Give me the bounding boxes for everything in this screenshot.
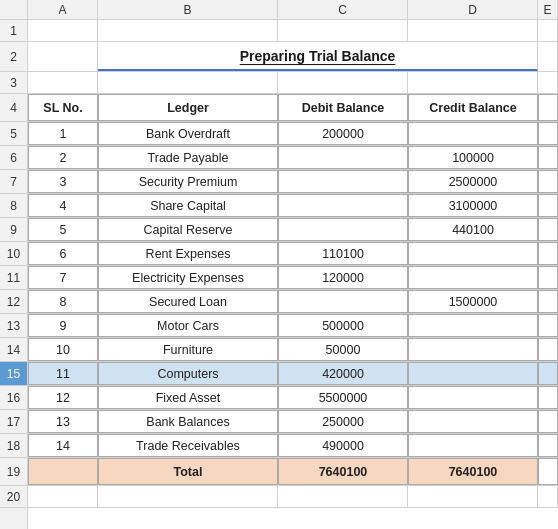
cell-3e[interactable] — [408, 72, 538, 93]
cell-6-sl[interactable]: 2 — [28, 146, 98, 169]
cell-20b[interactable] — [28, 486, 98, 507]
cell-12f[interactable] — [538, 290, 558, 313]
cell-6-debit[interactable] — [278, 146, 408, 169]
cell-12-ledger[interactable]: Secured Loan — [98, 290, 278, 313]
cell-17f[interactable] — [538, 410, 558, 433]
cell-3b[interactable] — [28, 72, 98, 93]
cell-2f[interactable] — [538, 42, 558, 71]
col-a-header[interactable]: A — [28, 0, 98, 19]
cell-6f[interactable] — [538, 146, 558, 169]
cell-6-ledger[interactable]: Trade Payable — [98, 146, 278, 169]
row-num-15[interactable]: 15 — [0, 362, 27, 386]
cell-11-ledger[interactable]: Electricity Expenses — [98, 266, 278, 289]
cell-16-sl[interactable]: 12 — [28, 386, 98, 409]
row-num-19[interactable]: 19 — [0, 458, 27, 486]
row-num-5[interactable]: 5 — [0, 122, 27, 146]
row-num-11[interactable]: 11 — [0, 266, 27, 290]
cell-10-sl[interactable]: 6 — [28, 242, 98, 265]
row-num-3[interactable]: 3 — [0, 72, 27, 94]
cell-17-ledger[interactable]: Bank Balances — [98, 410, 278, 433]
cell-11-credit[interactable] — [408, 266, 538, 289]
cell-11-debit[interactable]: 120000 — [278, 266, 408, 289]
cell-8-credit[interactable]: 3100000 — [408, 194, 538, 217]
cell-12-debit[interactable] — [278, 290, 408, 313]
cell-1d[interactable] — [278, 20, 408, 41]
cell-15-debit[interactable]: 420000 — [278, 362, 408, 385]
cell-14-credit[interactable] — [408, 338, 538, 361]
row-num-13[interactable]: 13 — [0, 314, 27, 338]
col-c-header[interactable]: C — [278, 0, 408, 19]
cell-7-sl[interactable]: 3 — [28, 170, 98, 193]
cell-20d[interactable] — [278, 486, 408, 507]
cell-10-debit[interactable]: 110100 — [278, 242, 408, 265]
cell-14f[interactable] — [538, 338, 558, 361]
cell-16-ledger[interactable]: Fixed Asset — [98, 386, 278, 409]
cell-10-ledger[interactable]: Rent Expenses — [98, 242, 278, 265]
cell-17-credit[interactable] — [408, 410, 538, 433]
cell-13f[interactable] — [538, 314, 558, 337]
row-num-2[interactable]: 2 — [0, 42, 27, 72]
cell-1f[interactable] — [538, 20, 558, 41]
cell-9-sl[interactable]: 5 — [28, 218, 98, 241]
cell-16-credit[interactable] — [408, 386, 538, 409]
cell-5-sl[interactable]: 1 — [28, 122, 98, 145]
row-num-7[interactable]: 7 — [0, 170, 27, 194]
cell-1c[interactable] — [98, 20, 278, 41]
row-num-17[interactable]: 17 — [0, 410, 27, 434]
row-num-12[interactable]: 12 — [0, 290, 27, 314]
cell-4f[interactable] — [538, 94, 558, 121]
cell-20f[interactable] — [538, 486, 558, 507]
cell-17-debit[interactable]: 250000 — [278, 410, 408, 433]
cell-5-credit[interactable] — [408, 122, 538, 145]
cell-16-debit[interactable]: 5500000 — [278, 386, 408, 409]
row-num-20[interactable]: 20 — [0, 486, 27, 508]
cell-5f[interactable] — [538, 122, 558, 145]
cell-6-credit[interactable]: 100000 — [408, 146, 538, 169]
cell-15-credit[interactable] — [408, 362, 538, 385]
row-num-18[interactable]: 18 — [0, 434, 27, 458]
cell-10f[interactable] — [538, 242, 558, 265]
cell-14-ledger[interactable]: Furniture — [98, 338, 278, 361]
row-num-8[interactable]: 8 — [0, 194, 27, 218]
row-num-10[interactable]: 10 — [0, 242, 27, 266]
cell-9-debit[interactable] — [278, 218, 408, 241]
cell-18-ledger[interactable]: Trade Receivables — [98, 434, 278, 457]
row-num-6[interactable]: 6 — [0, 146, 27, 170]
cell-8-sl[interactable]: 4 — [28, 194, 98, 217]
cell-13-ledger[interactable]: Motor Cars — [98, 314, 278, 337]
cell-7-credit[interactable]: 2500000 — [408, 170, 538, 193]
col-d-header[interactable]: D — [408, 0, 538, 19]
cell-12-credit[interactable]: 1500000 — [408, 290, 538, 313]
cell-3f[interactable] — [538, 72, 558, 93]
cell-5-debit[interactable]: 200000 — [278, 122, 408, 145]
cell-15f[interactable] — [538, 362, 558, 385]
row-num-1[interactable]: 1 — [0, 20, 27, 42]
cell-1b[interactable] — [28, 20, 98, 41]
cell-2b[interactable] — [28, 42, 98, 71]
cell-13-sl[interactable]: 9 — [28, 314, 98, 337]
cell-11-sl[interactable]: 7 — [28, 266, 98, 289]
cell-18-credit[interactable] — [408, 434, 538, 457]
cell-18-debit[interactable]: 490000 — [278, 434, 408, 457]
cell-7-debit[interactable] — [278, 170, 408, 193]
cell-9f[interactable] — [538, 218, 558, 241]
cell-19f[interactable] — [538, 458, 558, 485]
cell-17-sl[interactable]: 13 — [28, 410, 98, 433]
row-num-9[interactable]: 9 — [0, 218, 27, 242]
cell-18-sl[interactable]: 14 — [28, 434, 98, 457]
cell-12-sl[interactable]: 8 — [28, 290, 98, 313]
cell-8-debit[interactable] — [278, 194, 408, 217]
row-num-16[interactable]: 16 — [0, 386, 27, 410]
cell-13-debit[interactable]: 500000 — [278, 314, 408, 337]
cell-1e[interactable] — [408, 20, 538, 41]
row-num-4[interactable]: 4 — [0, 94, 27, 122]
cell-7f[interactable] — [538, 170, 558, 193]
cell-16f[interactable] — [538, 386, 558, 409]
col-e-header[interactable]: E — [538, 0, 558, 19]
cell-20e[interactable] — [408, 486, 538, 507]
col-b-header[interactable]: B — [98, 0, 278, 19]
cell-3c[interactable] — [98, 72, 278, 93]
cell-8f[interactable] — [538, 194, 558, 217]
cell-13-credit[interactable] — [408, 314, 538, 337]
cell-8-ledger[interactable]: Share Capital — [98, 194, 278, 217]
